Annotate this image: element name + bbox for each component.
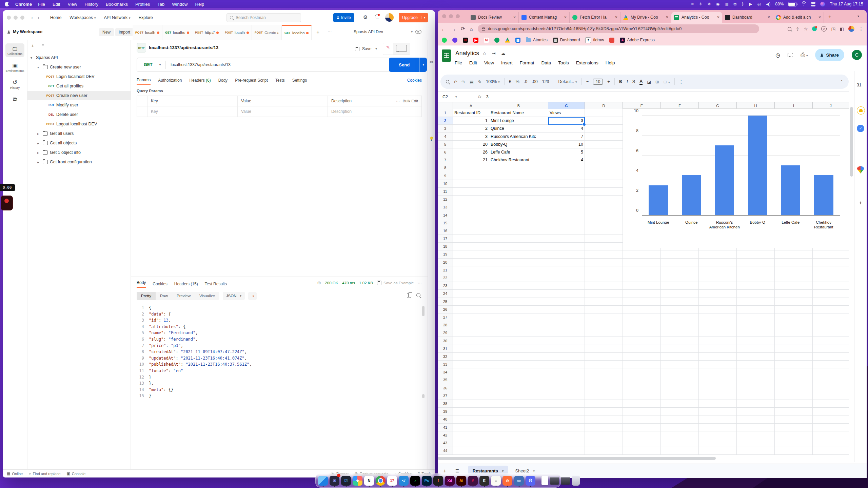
cell-J25[interactable] bbox=[813, 298, 849, 306]
cell-D35[interactable] bbox=[585, 376, 623, 384]
row-header-37[interactable]: 37 bbox=[438, 392, 453, 400]
keep-panel-icon[interactable] bbox=[857, 106, 865, 115]
cell-D8[interactable] bbox=[585, 164, 623, 172]
cell-B24[interactable] bbox=[489, 290, 548, 298]
browser-tab[interactable]: Fetch Error Ha× bbox=[570, 12, 620, 23]
cell-F21[interactable] bbox=[661, 266, 699, 274]
cell-F20[interactable] bbox=[661, 259, 699, 266]
cell-J34[interactable] bbox=[813, 368, 849, 376]
row-header-11[interactable]: 11 bbox=[438, 188, 453, 196]
menubar-item-history[interactable]: History bbox=[84, 2, 98, 7]
cell-H35[interactable] bbox=[737, 376, 775, 384]
row-header-16[interactable]: 16 bbox=[438, 227, 453, 235]
cell-F29[interactable] bbox=[661, 329, 699, 337]
row-header-21[interactable]: 21 bbox=[438, 266, 453, 274]
cell-D42[interactable] bbox=[585, 431, 623, 439]
cell-D4[interactable] bbox=[585, 133, 623, 141]
cell-B4[interactable]: Rusconi's American Kitc bbox=[489, 133, 548, 141]
method-select[interactable]: GET bbox=[137, 62, 158, 67]
row-header-10[interactable]: 10 bbox=[438, 180, 453, 188]
close-tab-icon[interactable]: × bbox=[564, 15, 567, 20]
chevron-down-icon[interactable]: ▾ bbox=[419, 58, 427, 72]
column-header-F[interactable]: F bbox=[661, 102, 699, 109]
vertical-scrollbar[interactable] bbox=[850, 103, 853, 296]
row-header-25[interactable]: 25 bbox=[438, 298, 453, 306]
bookmark-atomics[interactable]: Atomics bbox=[526, 38, 548, 42]
view-raw[interactable]: Raw bbox=[156, 292, 172, 300]
menubar-app-name[interactable]: Chrome bbox=[15, 2, 32, 7]
import-button[interactable]: Import bbox=[115, 28, 134, 36]
cell-I34[interactable] bbox=[775, 368, 813, 376]
cell-E35[interactable] bbox=[623, 376, 661, 384]
copy-icon[interactable] bbox=[407, 293, 411, 298]
workspace-switcher[interactable]: My Workspace bbox=[7, 29, 42, 34]
cell-G44[interactable] bbox=[699, 447, 737, 455]
cell-A36[interactable] bbox=[453, 384, 489, 392]
cell-E19[interactable] bbox=[623, 250, 661, 258]
decrease-font-icon[interactable]: − bbox=[586, 79, 589, 84]
cell-A27[interactable] bbox=[453, 313, 489, 321]
cell-B33[interactable] bbox=[489, 361, 548, 368]
cell-B11[interactable] bbox=[489, 188, 548, 196]
column-header-I[interactable]: I bbox=[775, 102, 813, 109]
bookmark-spotify[interactable] bbox=[442, 38, 447, 43]
row-header-29[interactable]: 29 bbox=[438, 329, 453, 337]
horizontal-scrollbar[interactable] bbox=[438, 457, 849, 460]
row-header-43[interactable]: 43 bbox=[438, 439, 453, 447]
request-tab[interactable]: POSTlocalh bbox=[222, 25, 252, 40]
cell-B36[interactable] bbox=[489, 384, 548, 392]
cell-H27[interactable] bbox=[737, 313, 775, 321]
sidebar-rail-environments[interactable]: ▣Environments bbox=[5, 60, 24, 74]
strikethrough-icon[interactable]: S bbox=[632, 79, 635, 84]
undo-icon[interactable]: ↶ bbox=[454, 79, 457, 84]
response-tab-cookies[interactable]: Cookies bbox=[153, 282, 167, 286]
row-header-6[interactable]: 6 bbox=[438, 148, 453, 156]
cell-H28[interactable] bbox=[737, 321, 775, 329]
cell-E43[interactable] bbox=[623, 439, 661, 447]
calendar-panel-icon[interactable]: 31 bbox=[857, 83, 864, 90]
cell-D5[interactable] bbox=[585, 141, 623, 148]
increase-decimals-icon[interactable]: .00 bbox=[532, 79, 537, 84]
scrollbar-thumb[interactable] bbox=[438, 457, 716, 460]
cell-E29[interactable] bbox=[623, 329, 661, 337]
cell-C8[interactable] bbox=[548, 164, 585, 172]
row-header-12[interactable]: 12 bbox=[438, 196, 453, 203]
cell-G21[interactable] bbox=[699, 266, 737, 274]
cell-A41[interactable] bbox=[453, 424, 489, 431]
cell-F24[interactable] bbox=[661, 290, 699, 298]
number-format-icon[interactable]: 123 bbox=[542, 79, 549, 84]
close-tab-icon[interactable]: × bbox=[818, 15, 821, 20]
dock-vscode[interactable]: </ bbox=[399, 474, 409, 487]
save-button[interactable]: Save bbox=[362, 46, 371, 51]
cell-C10[interactable] bbox=[548, 180, 585, 188]
cell-B1[interactable]: Restaurant Name bbox=[489, 109, 548, 117]
cell-I27[interactable] bbox=[775, 313, 813, 321]
cell-F22[interactable] bbox=[661, 274, 699, 282]
row-header-5[interactable]: 5 bbox=[438, 141, 453, 148]
cell-D10[interactable] bbox=[585, 180, 623, 188]
zoom-icon[interactable] bbox=[788, 27, 791, 31]
cell-C13[interactable] bbox=[548, 203, 585, 211]
cell-D25[interactable] bbox=[585, 298, 623, 306]
row-header-30[interactable]: 30 bbox=[438, 337, 453, 345]
row-header-28[interactable]: 28 bbox=[438, 321, 453, 329]
cell-J43[interactable] bbox=[813, 439, 849, 447]
chevron-down-icon[interactable]: ▾ bbox=[159, 63, 161, 66]
cell-G31[interactable] bbox=[699, 345, 737, 353]
cell-E30[interactable] bbox=[623, 337, 661, 345]
menubar-item-help[interactable]: Help bbox=[195, 2, 204, 7]
cell-G42[interactable] bbox=[699, 431, 737, 439]
cell-A12[interactable] bbox=[453, 196, 489, 203]
cell-D43[interactable] bbox=[585, 439, 623, 447]
cell-A44[interactable] bbox=[453, 447, 489, 455]
cell-H20[interactable] bbox=[737, 259, 775, 266]
cell-E32[interactable] bbox=[623, 353, 661, 361]
cell-G30[interactable] bbox=[699, 337, 737, 345]
add-collection-icon[interactable]: + bbox=[31, 43, 34, 48]
code-snippet-icon[interactable]: </> bbox=[428, 60, 435, 64]
chevron-down-icon[interactable]: ▾ bbox=[375, 47, 377, 50]
column-header-G[interactable]: G bbox=[699, 102, 737, 109]
sheets-menu-file[interactable]: File bbox=[455, 60, 462, 65]
request-tab[interactable]: POSTCreate n bbox=[252, 25, 282, 40]
cell-A7[interactable]: 21 bbox=[453, 156, 489, 164]
